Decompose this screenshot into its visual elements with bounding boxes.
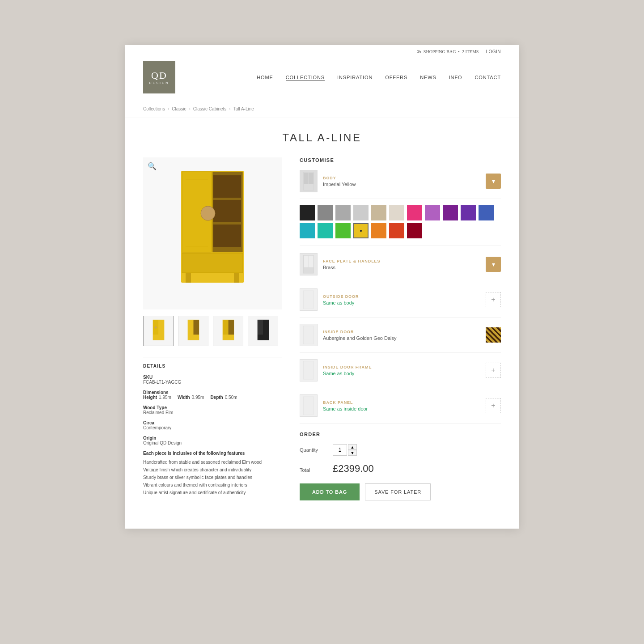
inside-door-frame-name: INSIDE DOOR FRAME bbox=[323, 365, 480, 369]
svg-rect-3 bbox=[213, 175, 241, 198]
back-panel-btn[interactable]: + bbox=[486, 398, 501, 413]
login-link[interactable]: LOGIN bbox=[486, 49, 501, 54]
swatch-yellow[interactable]: ● bbox=[353, 223, 369, 238]
thumb-3[interactable] bbox=[213, 316, 243, 346]
body-option-row: BODY Imperial Yellow ▾ bbox=[300, 170, 501, 199]
left-column: 🔍 bbox=[143, 157, 282, 502]
dimensions-label: Dimensions bbox=[143, 390, 282, 395]
svg-point-6 bbox=[201, 206, 215, 220]
main-nav: HOME COLLECTIONS INSPIRATION OFFERS NEWS… bbox=[257, 75, 501, 80]
shopping-bag[interactable]: 🛍 SHOPPING BAG • 2 ITEMS bbox=[417, 49, 479, 54]
bag-icon: 🛍 bbox=[417, 49, 421, 54]
quantity-stepper: ▲ ▼ bbox=[348, 444, 357, 456]
wood-value: Reclaimed Elm bbox=[143, 410, 282, 415]
save-for-later-button[interactable]: SAVE FOR LATER bbox=[365, 483, 431, 500]
total-label: Total bbox=[300, 467, 326, 473]
swatch-orange[interactable] bbox=[371, 223, 386, 238]
faceplate-option-thumb bbox=[300, 253, 318, 275]
order-title: ORDER bbox=[300, 430, 501, 437]
svg-rect-4 bbox=[213, 200, 241, 222]
swatch-blue[interactable] bbox=[479, 205, 494, 220]
svg-rect-26 bbox=[304, 256, 308, 267]
outside-door-value: Same as body bbox=[323, 300, 480, 305]
breadcrumb-classic[interactable]: Classic bbox=[172, 106, 186, 111]
breadcrumb-classic-cabinets[interactable]: Classic Cabinets bbox=[193, 106, 226, 111]
zoom-icon[interactable]: 🔍 bbox=[148, 162, 157, 170]
details-section: DETAILS SKU FCAB-LT1-YAGCG Dimensions He… bbox=[143, 357, 282, 496]
logo-sub: DESIGN bbox=[149, 81, 169, 85]
swatch-red-orange[interactable] bbox=[389, 223, 404, 238]
breadcrumb-sep1: › bbox=[168, 106, 169, 111]
faceplate-option-name: FACE PLATE & HANDLES bbox=[323, 259, 480, 263]
nav-info[interactable]: INFO bbox=[449, 75, 462, 80]
breadcrumb-collections[interactable]: Collections bbox=[143, 106, 165, 111]
thumb-2[interactable] bbox=[178, 316, 208, 346]
circa-row: Circa Contemporary bbox=[143, 420, 282, 430]
quantity-display: 1 bbox=[333, 444, 347, 456]
inside-door-name: INSIDE DOOR bbox=[323, 330, 480, 334]
swatch-purple[interactable] bbox=[443, 205, 458, 220]
swatch-dark-purple[interactable] bbox=[461, 205, 476, 220]
breadcrumb-current: Tall A-Line bbox=[233, 106, 254, 111]
circa-value: Contemporary bbox=[143, 425, 282, 430]
inside-door-thumb bbox=[300, 324, 318, 346]
faceplate-option-info: FACE PLATE & HANDLES Brass bbox=[323, 259, 480, 270]
feature-3: Sturdy brass or silver symbolic face pla… bbox=[143, 474, 282, 481]
origin-label: Origin bbox=[143, 436, 282, 441]
swatch-silver[interactable] bbox=[353, 205, 369, 220]
swatch-gray[interactable] bbox=[318, 205, 333, 220]
swatch-beige[interactable] bbox=[371, 205, 386, 220]
total-row: Total £2399.00 bbox=[300, 463, 501, 475]
svg-rect-16 bbox=[193, 320, 199, 335]
swatch-lilac[interactable] bbox=[425, 205, 440, 220]
product-content: TALL A-LINE 🔍 bbox=[125, 118, 519, 529]
swatch-black[interactable] bbox=[300, 205, 315, 220]
add-to-bag-button[interactable]: ADD TO BAG bbox=[300, 483, 360, 500]
nav-contact[interactable]: CONTACT bbox=[475, 75, 501, 80]
bag-count: 2 ITEMS bbox=[462, 49, 479, 54]
body-dropdown-btn[interactable]: ▾ bbox=[486, 174, 501, 189]
thumbnails bbox=[143, 316, 282, 346]
quantity-row: Quantity 1 ▲ ▼ bbox=[300, 444, 501, 456]
faceplate-option-value: Brass bbox=[323, 265, 480, 270]
thumb-4[interactable] bbox=[248, 316, 278, 346]
svg-rect-29 bbox=[303, 326, 314, 344]
header-top: 🛍 SHOPPING BAG • 2 ITEMS LOGIN bbox=[143, 45, 501, 57]
swatch-teal[interactable] bbox=[300, 223, 315, 238]
outside-door-name: OUTSIDE DOOR bbox=[323, 294, 480, 299]
quantity-control: 1 ▲ ▼ bbox=[333, 444, 357, 456]
nav-home[interactable]: HOME bbox=[257, 75, 273, 80]
inside-door-info: INSIDE DOOR Aubergine and Golden Geo Dai… bbox=[323, 330, 480, 341]
total-price: £2399.00 bbox=[333, 463, 374, 475]
thumb-1[interactable] bbox=[143, 316, 174, 346]
nav-offers[interactable]: OFFERS bbox=[385, 75, 407, 80]
svg-rect-27 bbox=[309, 256, 313, 267]
outside-door-btn[interactable]: + bbox=[486, 292, 501, 307]
swatch-turquoise[interactable] bbox=[318, 223, 333, 238]
quantity-decrement[interactable]: ▼ bbox=[348, 450, 357, 456]
swatch-hot-pink[interactable] bbox=[407, 205, 422, 220]
swatch-dark-red[interactable] bbox=[407, 223, 422, 238]
swatch-off-white[interactable] bbox=[389, 205, 404, 220]
nav-news[interactable]: NEWS bbox=[420, 75, 436, 80]
header-main: QD DESIGN HOME COLLECTIONS INSPIRATION O… bbox=[143, 57, 501, 100]
outside-door-option-row: OUTSIDE DOOR Same as body + bbox=[300, 288, 501, 318]
swatch-light-gray[interactable] bbox=[335, 205, 351, 220]
logo[interactable]: QD DESIGN bbox=[143, 61, 175, 93]
inside-door-frame-btn[interactable]: + bbox=[486, 363, 501, 378]
quantity-increment[interactable]: ▲ bbox=[348, 444, 357, 450]
nav-collections[interactable]: COLLECTIONS bbox=[286, 75, 325, 80]
breadcrumb: Collections › Classic › Classic Cabinets… bbox=[125, 100, 519, 118]
feature-2: Vintage finish which creates character a… bbox=[143, 466, 282, 474]
height-value: 1.95m bbox=[159, 395, 171, 400]
faceplate-dropdown-btn[interactable]: ▾ bbox=[486, 257, 501, 272]
height-label: Height bbox=[143, 395, 157, 400]
site-header: 🛍 SHOPPING BAG • 2 ITEMS LOGIN QD DESIGN… bbox=[125, 45, 519, 100]
right-column: CUSTOMISE BODY Imperial Yellow ▾ bbox=[300, 157, 501, 502]
nav-inspiration[interactable]: INSPIRATION bbox=[337, 75, 373, 80]
chevron-down-icon: ▾ bbox=[492, 178, 495, 185]
product-image bbox=[172, 166, 253, 301]
swatch-green[interactable] bbox=[335, 223, 351, 238]
width-value: 0.95m bbox=[192, 395, 204, 400]
inside-door-btn[interactable] bbox=[486, 327, 501, 343]
